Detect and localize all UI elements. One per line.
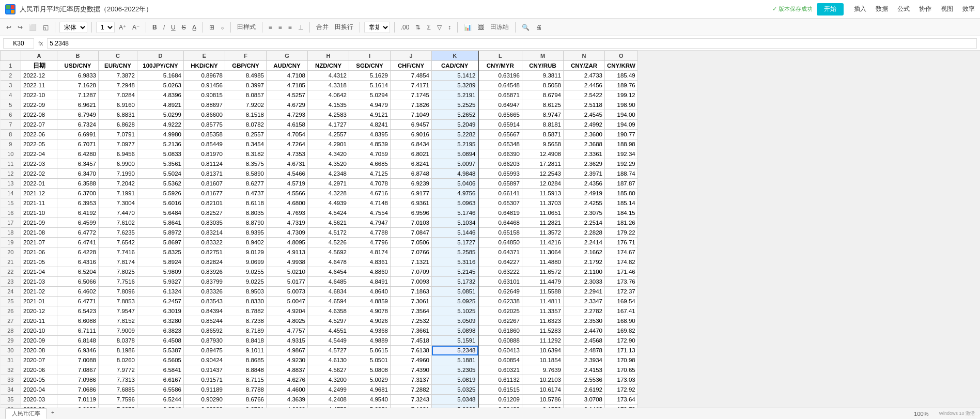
data-cell[interactable]: 4.9026 bbox=[349, 316, 391, 326]
data-cell[interactable]: 8.3454 bbox=[225, 139, 267, 149]
data-cell[interactable]: 2021-07 bbox=[21, 238, 57, 247]
data-cell[interactable]: 4.6716 bbox=[349, 189, 391, 198]
data-cell[interactable]: 2020-04 bbox=[21, 385, 57, 395]
data-cell[interactable]: 8.3575 bbox=[225, 159, 267, 169]
column-header-cell[interactable]: SGD/CNY bbox=[349, 61, 391, 71]
column-header-cell[interactable]: 日期 bbox=[21, 61, 57, 71]
data-cell[interactable]: 4.6685 bbox=[349, 159, 391, 169]
data-cell[interactable]: 189.76 bbox=[605, 81, 638, 90]
data-cell[interactable]: 2.3530 bbox=[564, 316, 605, 326]
data-cell[interactable]: 7.3661 bbox=[391, 326, 432, 336]
data-cell[interactable]: 2.3688 bbox=[564, 139, 605, 149]
data-cell[interactable]: 11.5588 bbox=[522, 287, 564, 297]
data-cell[interactable]: 7.0847 bbox=[391, 228, 432, 238]
data-cell[interactable]: 6.8628 bbox=[99, 120, 137, 130]
data-cell[interactable]: 0.66203 bbox=[478, 159, 522, 169]
data-cell[interactable]: 190.77 bbox=[605, 130, 638, 139]
col-header-i[interactable]: I bbox=[349, 51, 391, 61]
data-cell[interactable]: 4.2499 bbox=[308, 385, 349, 395]
column-header-cell[interactable]: CNY/RUB bbox=[522, 61, 564, 71]
data-cell[interactable]: 4.9681 bbox=[349, 385, 391, 395]
data-cell[interactable]: 7.3137 bbox=[391, 375, 432, 385]
data-cell[interactable]: 2021-03 bbox=[21, 277, 57, 287]
data-cell[interactable]: 2022-06 bbox=[21, 130, 57, 139]
data-cell[interactable]: 9.7639 bbox=[522, 365, 564, 375]
data-cell[interactable]: 0.82751 bbox=[184, 247, 225, 257]
data-cell[interactable]: 17.2811 bbox=[522, 159, 564, 169]
data-cell[interactable]: 4.7693 bbox=[267, 208, 308, 218]
column-header-cell[interactable]: CAD/CNY bbox=[432, 61, 478, 71]
data-cell[interactable]: 6.7071 bbox=[57, 139, 99, 149]
data-cell[interactable]: 7.2532 bbox=[391, 316, 432, 326]
data-cell[interactable]: 7.4518 bbox=[391, 336, 432, 346]
data-cell[interactable]: 4.7309 bbox=[267, 228, 308, 238]
data-cell[interactable]: 8.6794 bbox=[522, 90, 564, 100]
copy-button[interactable]: ⬜ bbox=[27, 23, 39, 32]
col-header-f[interactable]: F bbox=[225, 51, 267, 61]
data-cell[interactable]: 2021-08 bbox=[21, 228, 57, 238]
data-cell[interactable]: 2020-03 bbox=[21, 395, 57, 405]
data-cell[interactable]: 4.8539 bbox=[349, 139, 391, 149]
data-cell[interactable]: 8.8848 bbox=[225, 365, 267, 375]
data-cell[interactable]: 2.4878 bbox=[564, 346, 605, 355]
data-cell[interactable]: 0.81677 bbox=[184, 189, 225, 198]
data-cell[interactable]: 2.4470 bbox=[564, 326, 605, 336]
data-cell[interactable]: 4.5172 bbox=[308, 228, 349, 238]
data-cell[interactable]: 2021-11 bbox=[21, 198, 57, 208]
data-cell[interactable]: 8.8181 bbox=[522, 120, 564, 130]
data-cell[interactable]: 5.0615 bbox=[349, 346, 391, 355]
data-cell[interactable]: 2.4733 bbox=[564, 71, 605, 81]
data-cell[interactable]: 4.6358 bbox=[308, 306, 349, 316]
data-cell[interactable]: 4.2408 bbox=[308, 395, 349, 405]
data-cell[interactable]: 5.1727 bbox=[432, 238, 478, 247]
data-cell[interactable]: 4.7554 bbox=[349, 208, 391, 218]
data-cell[interactable]: 2022-02 bbox=[21, 169, 57, 179]
data-cell[interactable]: 7.3243 bbox=[391, 395, 432, 405]
data-cell[interactable]: 7.9772 bbox=[99, 365, 137, 375]
data-cell[interactable]: 0.85244 bbox=[184, 316, 225, 326]
data-cell[interactable]: 6.9177 bbox=[391, 189, 432, 198]
data-cell[interactable]: 0.81607 bbox=[184, 179, 225, 189]
data-cell[interactable]: 0.62267 bbox=[478, 316, 522, 326]
data-cell[interactable]: 2021-02 bbox=[21, 287, 57, 297]
data-cell[interactable]: 4.1535 bbox=[308, 100, 349, 110]
data-cell[interactable]: 7.0867 bbox=[57, 365, 99, 375]
data-cell[interactable]: 8.0378 bbox=[99, 336, 137, 346]
data-cell[interactable]: 8.9747 bbox=[522, 110, 564, 120]
data-cell[interactable]: 6.9923 bbox=[57, 405, 99, 408]
data-cell[interactable]: 0.83035 bbox=[184, 218, 225, 228]
data-cell[interactable]: 4.8491 bbox=[349, 277, 391, 287]
data-cell[interactable]: 6.8748 bbox=[391, 169, 432, 179]
data-cell[interactable]: 4.2348 bbox=[308, 169, 349, 179]
data-cell[interactable]: 6.5841 bbox=[137, 365, 184, 375]
data-cell[interactable]: 4.7125 bbox=[349, 169, 391, 179]
data-cell[interactable]: 4.9121 bbox=[349, 110, 391, 120]
data-cell[interactable]: 2.5118 bbox=[564, 100, 605, 110]
data-cell[interactable]: 5.1684 bbox=[137, 71, 184, 81]
strikethrough-button[interactable]: S bbox=[180, 23, 188, 32]
data-cell[interactable]: 4.6729 bbox=[267, 100, 308, 110]
wrap-button[interactable]: 田换行 bbox=[333, 22, 355, 33]
data-cell[interactable]: 173.64 bbox=[605, 395, 638, 405]
data-cell[interactable]: 5.0351 bbox=[349, 405, 391, 408]
data-cell[interactable]: 11.4216 bbox=[522, 238, 564, 247]
data-cell[interactable]: 2020-11 bbox=[21, 316, 57, 326]
menu-collaborate[interactable]: 协作 bbox=[919, 5, 931, 13]
data-cell[interactable]: 8.0782 bbox=[225, 120, 267, 130]
data-cell[interactable]: 0.90815 bbox=[184, 90, 225, 100]
data-cell[interactable]: 0.89475 bbox=[184, 346, 225, 355]
data-cell[interactable]: 5.8972 bbox=[137, 228, 184, 238]
data-cell[interactable]: 4.5466 bbox=[267, 169, 308, 179]
data-cell[interactable]: 8.6277 bbox=[225, 179, 267, 189]
data-cell[interactable]: 0.66141 bbox=[478, 189, 522, 198]
menu-formula[interactable]: 公式 bbox=[897, 5, 910, 13]
data-cell[interactable]: 8.6766 bbox=[225, 395, 267, 405]
data-cell[interactable]: 2.2941 bbox=[564, 287, 605, 297]
sort-button[interactable]: ↕ bbox=[446, 23, 453, 32]
data-cell[interactable]: 4.9980 bbox=[137, 130, 184, 139]
data-cell[interactable]: 7.0119 bbox=[57, 395, 99, 405]
data-cell[interactable]: 4.7264 bbox=[267, 139, 308, 149]
data-cell[interactable]: 4.6276 bbox=[267, 375, 308, 385]
data-cell[interactable]: 0.83926 bbox=[184, 267, 225, 277]
data-cell[interactable]: 8.7788 bbox=[225, 385, 267, 395]
